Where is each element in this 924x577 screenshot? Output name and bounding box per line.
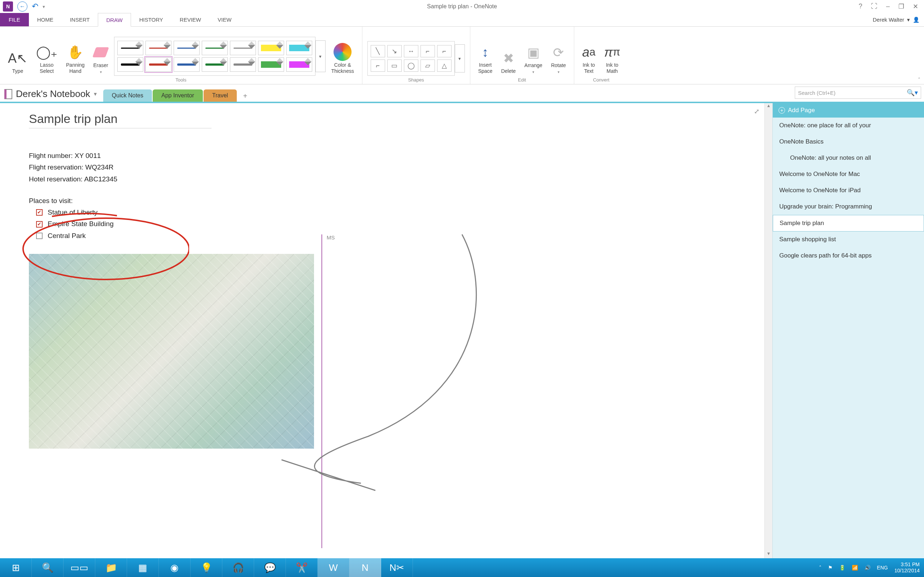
section-tab-travel[interactable]: Travel <box>204 89 237 102</box>
insert-space-button[interactable]: ↕Insert Space <box>475 42 496 76</box>
language-indicator[interactable]: ENG <box>877 565 888 571</box>
page-list-item[interactable]: Welcome to OneNote for Mac <box>773 166 924 182</box>
scroll-down-icon[interactable]: ▼ <box>765 551 772 558</box>
qat-dropdown-icon[interactable]: ▾ <box>43 4 45 10</box>
pen-red-thin[interactable] <box>145 41 171 55</box>
pen-black-thick[interactable] <box>117 57 143 72</box>
page-list-item[interactable]: Google clears path for 64-bit apps <box>773 248 924 264</box>
lasso-select-button[interactable]: ◯₊Lasso Select <box>33 42 60 76</box>
minimize-button[interactable]: – <box>886 3 890 10</box>
undo-button[interactable]: ↶ <box>32 2 38 11</box>
flag-icon[interactable]: ⚑ <box>828 565 833 571</box>
hangouts-button[interactable]: 💬 <box>254 558 286 577</box>
shape-arrow[interactable]: ↘ <box>387 45 402 57</box>
shape-double-arrow[interactable]: ↔ <box>404 45 418 57</box>
shapes-gallery-more-icon[interactable]: ▾ <box>455 44 465 73</box>
delete-button[interactable]: ✖Delete <box>498 48 518 76</box>
panning-hand-button[interactable]: ✋Panning Hand <box>63 42 87 76</box>
user-name[interactable]: Derek Walter <box>873 16 904 23</box>
shape-rectangle[interactable]: ▭ <box>387 60 402 72</box>
shape-parallelogram[interactable]: ▱ <box>420 60 435 72</box>
flight-reservation[interactable]: Flight reservation: WQ234R <box>29 161 736 173</box>
flight-number[interactable]: Flight number: XY 0011 <box>29 150 736 161</box>
notebook-name[interactable]: Derek's Notebook ▾ <box>4 89 97 102</box>
search-button[interactable]: 🔍 <box>32 558 63 577</box>
pen-gray-thick[interactable] <box>230 57 256 72</box>
hotel-reservation[interactable]: Hotel reservation: ABC12345 <box>29 174 736 185</box>
media-button[interactable]: 🎧 <box>222 558 254 577</box>
search-icon[interactable]: 🔍▾ <box>907 89 918 97</box>
battery-icon[interactable]: 🔋 <box>839 565 845 571</box>
add-section-button[interactable]: + <box>237 90 254 102</box>
clock[interactable]: 3:51 PM 10/12/2014 <box>894 561 920 574</box>
page-list-item[interactable]: OneNote Basics <box>773 134 924 150</box>
pen-blue-thick[interactable] <box>174 57 200 72</box>
shapes-gallery[interactable]: ╲ ↘ ↔ ⌐ ⌐ ⌐ ▭ ◯ ▱ △ <box>367 41 455 76</box>
close-button[interactable]: ✕ <box>913 3 918 10</box>
places-heading[interactable]: Places to visit: <box>29 195 736 206</box>
shape-ellipse[interactable]: ◯ <box>404 60 418 72</box>
file-tab[interactable]: FILE <box>0 13 29 26</box>
shape-elbow-down[interactable]: ⌐ <box>437 45 452 57</box>
search-input[interactable]: Search (Ctrl+E) 🔍▾ <box>795 87 921 99</box>
eraser-button[interactable]: Eraser▾ <box>90 42 111 76</box>
user-avatar-icon[interactable]: 👤 <box>913 16 920 23</box>
review-tab[interactable]: REVIEW <box>171 13 209 26</box>
page-list-item[interactable]: OneNote: one place for all of your <box>773 118 924 134</box>
page-list-item[interactable]: Welcome to OneNote for iPad <box>773 182 924 199</box>
page-list-item[interactable]: OneNote: all your notes on all <box>773 150 924 166</box>
vertical-scrollbar[interactable]: ▲ ▼ <box>764 103 772 558</box>
shape-elbow-up[interactable]: ⌐ <box>371 60 385 72</box>
back-button[interactable]: ← <box>17 2 27 11</box>
highlighter-magenta[interactable] <box>286 57 312 72</box>
pen-green-thick[interactable] <box>202 57 228 72</box>
page-list-item[interactable]: Sample shopping list <box>773 232 924 248</box>
highlighter-cyan[interactable] <box>286 41 312 55</box>
page-title[interactable]: Sample trip plan <box>29 112 212 128</box>
page-list-item[interactable]: Sample trip plan <box>773 215 924 232</box>
section-tab-app-inventor[interactable]: App Inventor <box>153 89 203 102</box>
onenote-send-button[interactable]: N✂ <box>381 558 413 577</box>
volume-icon[interactable]: 🔊 <box>864 565 871 571</box>
shape-triangle[interactable]: △ <box>437 60 452 72</box>
pen-blue-thin[interactable] <box>174 41 200 55</box>
draw-tab[interactable]: DRAW <box>98 13 131 27</box>
maximize-button[interactable]: ❐ <box>898 3 904 10</box>
type-button[interactable]: A↖Type <box>5 48 30 76</box>
user-dropdown-icon[interactable]: ▾ <box>907 16 910 23</box>
wifi-icon[interactable]: 📶 <box>852 565 858 571</box>
pen-green-thin[interactable] <box>202 41 228 55</box>
file-explorer-button[interactable]: 📁 <box>95 558 127 577</box>
sticky-notes-button[interactable]: 💡 <box>191 558 222 577</box>
help-icon[interactable]: ? <box>859 3 862 10</box>
color-thickness-button[interactable]: Color & Thickness <box>328 42 357 76</box>
shape-line[interactable]: ╲ <box>371 45 385 57</box>
pen-gallery[interactable] <box>114 37 315 76</box>
snipping-button[interactable]: ✂️ <box>286 558 318 577</box>
word-button[interactable]: W <box>318 558 349 577</box>
task-view-button[interactable]: ▭▭ <box>63 558 95 577</box>
page-list-item[interactable]: Upgrade your brain: Programming <box>773 199 924 215</box>
pen-gallery-more-icon[interactable]: ▾ <box>315 40 326 72</box>
scroll-up-icon[interactable]: ▲ <box>765 103 772 110</box>
history-tab[interactable]: HISTORY <box>131 13 171 26</box>
pen-black-thin[interactable] <box>117 41 143 55</box>
add-page-button[interactable]: + Add Page <box>773 103 924 118</box>
insert-tab[interactable]: INSERT <box>62 13 98 26</box>
start-button[interactable]: ⊞ <box>0 558 32 577</box>
ink-to-math-button[interactable]: ππInk to Math <box>601 42 624 76</box>
chrome-button[interactable]: ◉ <box>159 558 191 577</box>
expand-page-icon[interactable]: ⤢ <box>754 108 759 115</box>
highlighter-green[interactable] <box>258 57 284 72</box>
fullscreen-icon[interactable]: ⛶ <box>871 3 877 10</box>
section-tab-quick-notes[interactable]: Quick Notes <box>103 89 152 102</box>
home-tab[interactable]: HOME <box>29 13 62 26</box>
rotate-button[interactable]: ⟳Rotate▾ <box>548 42 569 76</box>
collapse-ribbon-icon[interactable]: ˄ <box>918 77 921 82</box>
store-button[interactable]: ▦ <box>127 558 159 577</box>
shape-elbow-right[interactable]: ⌐ <box>420 45 435 57</box>
ink-to-text-button[interactable]: aaInk to Text <box>579 42 598 76</box>
onenote-button[interactable]: N <box>349 558 381 577</box>
tray-expand-icon[interactable]: ˄ <box>819 565 822 571</box>
highlighter-yellow[interactable] <box>258 41 284 55</box>
